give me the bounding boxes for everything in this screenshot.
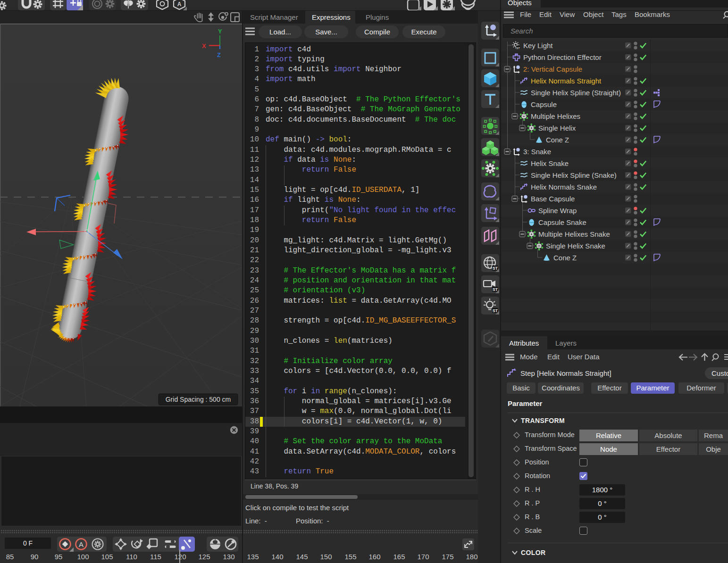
svg-text:A: A — [79, 540, 84, 548]
svg-text:Grid Spacing : 500 cm: Grid Spacing : 500 cm — [166, 396, 231, 403]
